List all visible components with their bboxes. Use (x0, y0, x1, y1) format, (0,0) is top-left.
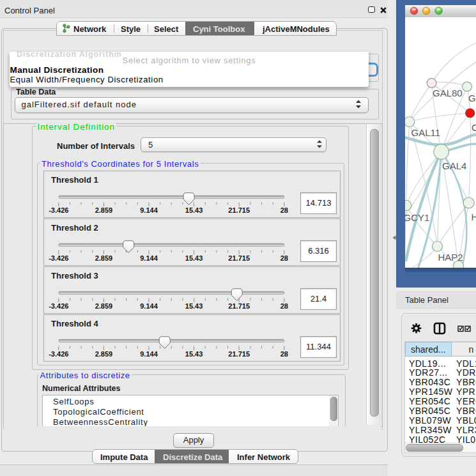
svg-text:CR: CR (472, 122, 476, 133)
svg-text:15.43: 15.43 (185, 254, 203, 262)
svg-text:GAL11: GAL11 (411, 127, 441, 137)
svg-text:GA: GA (468, 93, 476, 104)
svg-text:28: 28 (280, 254, 288, 262)
svg-text:GAL4: GAL4 (442, 160, 466, 171)
svg-text:28: 28 (280, 206, 288, 214)
svg-text:9.144: 9.144 (140, 206, 158, 214)
svg-text:GAL80: GAL80 (433, 88, 463, 98)
svg-text:21.715: 21.715 (228, 350, 250, 358)
svg-text:GCY1: GCY1 (405, 211, 429, 222)
svg-text:21.715: 21.715 (228, 302, 250, 310)
svg-text:-3.426: -3.426 (49, 350, 68, 358)
svg-text:28: 28 (280, 302, 288, 310)
svg-text:28: 28 (280, 350, 288, 358)
svg-text:21.715: 21.715 (228, 254, 250, 262)
svg-text:HAP2: HAP2 (438, 251, 463, 262)
svg-text:9.144: 9.144 (140, 350, 158, 358)
svg-text:9.144: 9.144 (140, 302, 158, 310)
svg-text:2.859: 2.859 (95, 254, 113, 262)
svg-text:9.144: 9.144 (140, 254, 158, 262)
svg-text:-3.426: -3.426 (49, 302, 68, 310)
svg-text:2.859: 2.859 (95, 302, 113, 310)
svg-text:15.43: 15.43 (185, 302, 203, 310)
svg-text:2.859: 2.859 (95, 206, 113, 214)
svg-text:15.43: 15.43 (185, 350, 203, 358)
svg-text:-3.426: -3.426 (49, 254, 68, 262)
svg-text:-3.426: -3.426 (49, 206, 68, 214)
svg-text:21.715: 21.715 (228, 206, 250, 214)
svg-text:H: H (472, 211, 476, 222)
svg-text:2.859: 2.859 (95, 350, 113, 358)
svg-text:15.43: 15.43 (185, 206, 203, 214)
